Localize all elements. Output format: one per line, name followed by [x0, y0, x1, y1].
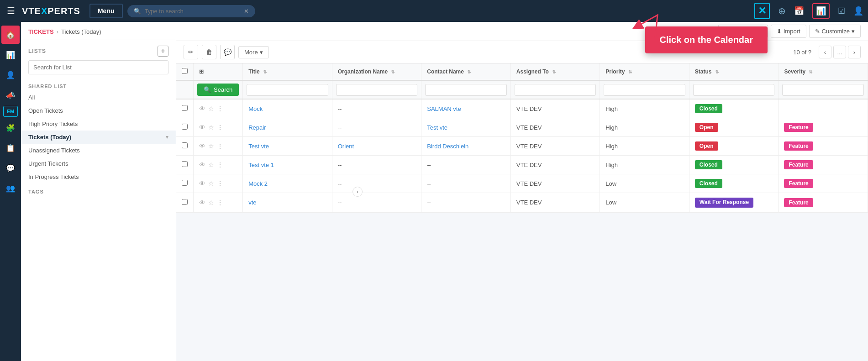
- eye-icon[interactable]: 👁: [199, 105, 205, 112]
- star-icon[interactable]: ☆: [208, 124, 214, 131]
- search-contact-input[interactable]: [425, 84, 507, 96]
- calendar-icon[interactable]: 📅: [794, 6, 804, 16]
- title-link[interactable]: Test vte 1: [248, 162, 274, 168]
- hamburger-button[interactable]: ☰: [5, 5, 17, 16]
- add-list-button[interactable]: +: [158, 46, 168, 57]
- star-icon[interactable]: ☆: [208, 199, 214, 206]
- sidebar-icon-contacts[interactable]: 👥: [1, 179, 20, 197]
- eye-icon[interactable]: 👁: [199, 124, 205, 131]
- org-link[interactable]: Orient: [338, 143, 354, 150]
- eye-icon[interactable]: 👁: [199, 199, 205, 206]
- search-list-input[interactable]: [28, 60, 168, 74]
- row-title[interactable]: Mock 2: [243, 174, 332, 193]
- row-title[interactable]: Test vte 1: [243, 156, 332, 174]
- sidebar-icon-em[interactable]: EM: [3, 106, 18, 117]
- customize-button[interactable]: ✎ Customize ▾: [809, 25, 861, 38]
- delete-button[interactable]: 🗑: [202, 45, 216, 59]
- search-severity-input[interactable]: [782, 84, 864, 96]
- title-link[interactable]: Mock 2: [248, 180, 268, 187]
- row-org[interactable]: Orient: [332, 137, 421, 156]
- title-link[interactable]: vte: [248, 199, 256, 206]
- sidebar-icon-home[interactable]: 🏠: [1, 26, 20, 44]
- next-page-button[interactable]: ›: [848, 46, 861, 58]
- grid-view-icon[interactable]: ⊞: [199, 68, 204, 75]
- more-icon[interactable]: ⋮: [217, 105, 223, 112]
- list-item-in-progress[interactable]: In Progress Tickets: [21, 170, 176, 183]
- search-status-input[interactable]: [693, 84, 775, 96]
- sidebar-icon-chart[interactable]: 📊: [1, 46, 20, 64]
- list-item-urgent[interactable]: Urgent Tickerts: [21, 157, 176, 170]
- row-title[interactable]: Mock: [243, 99, 332, 118]
- sidebar-icon-megaphone[interactable]: 📣: [1, 86, 20, 104]
- more-icon[interactable]: ⋮: [217, 124, 223, 131]
- list-item-tickets-today[interactable]: Tickets (Today) ▾: [21, 131, 176, 144]
- star-icon[interactable]: ☆: [208, 180, 214, 187]
- more-icon[interactable]: ⋮: [217, 161, 223, 168]
- comment-button[interactable]: 💬: [220, 45, 235, 59]
- sidebar-icon-user[interactable]: 👤: [1, 66, 20, 84]
- row-title[interactable]: Test vte: [243, 137, 332, 156]
- title-link[interactable]: Repair: [248, 124, 266, 131]
- chart-icon[interactable]: 📊: [812, 3, 830, 19]
- star-icon[interactable]: ☆: [208, 142, 214, 150]
- sidebar-icon-chat[interactable]: 💬: [1, 159, 20, 177]
- menu-button[interactable]: Menu: [89, 4, 123, 18]
- th-assigned[interactable]: Assigned To ⇅: [510, 63, 600, 80]
- add-icon[interactable]: ⊕: [778, 5, 786, 16]
- th-contact[interactable]: Contact Name ⇅: [421, 63, 511, 80]
- more-icon[interactable]: ⋮: [217, 199, 223, 206]
- star-icon[interactable]: ☆: [208, 105, 214, 112]
- th-status[interactable]: Status ⇅: [689, 63, 779, 80]
- row-checkbox[interactable]: [182, 124, 188, 130]
- collapse-panel-arrow[interactable]: ‹: [352, 187, 363, 197]
- search-button[interactable]: 🔍 Search: [197, 84, 239, 96]
- prev-page-button[interactable]: ‹: [819, 46, 831, 58]
- row-checkbox[interactable]: [182, 199, 188, 205]
- more-icon[interactable]: ⋮: [217, 142, 223, 150]
- contact-link[interactable]: Test vte: [427, 124, 447, 131]
- user-icon[interactable]: 👤: [853, 6, 863, 16]
- row-title[interactable]: vte: [243, 193, 332, 213]
- sidebar-icon-list[interactable]: 📋: [1, 139, 20, 157]
- star-icon[interactable]: ☆: [208, 161, 214, 168]
- th-org[interactable]: Organization Name ⇅: [332, 63, 421, 80]
- breadcrumb-root[interactable]: TICKETS: [28, 28, 54, 35]
- th-severity[interactable]: Severity ⇅: [779, 63, 868, 80]
- eye-icon[interactable]: 👁: [199, 161, 205, 168]
- more-pages-button[interactable]: ...: [833, 46, 846, 58]
- title-link[interactable]: Test vte: [248, 143, 269, 150]
- global-search-input[interactable]: [145, 8, 240, 15]
- row-contact[interactable]: Test vte: [421, 118, 511, 137]
- sidebar-icon-puzzle[interactable]: 🧩: [1, 119, 20, 137]
- row-contact[interactable]: SALMAN vte: [421, 99, 511, 118]
- select-all-checkbox[interactable]: [182, 68, 188, 74]
- title-link[interactable]: Mock: [248, 105, 263, 112]
- row-contact[interactable]: Birdd Deschlein: [421, 137, 511, 156]
- row-checkbox[interactable]: [182, 180, 188, 186]
- search-assigned-input[interactable]: [515, 84, 596, 96]
- eye-icon[interactable]: 👁: [199, 142, 205, 150]
- th-priority[interactable]: Priority ⇅: [600, 63, 689, 80]
- list-item-open-tickets[interactable]: Open Tickets: [21, 104, 176, 117]
- vtiger-icon[interactable]: ✕: [754, 3, 770, 19]
- eye-icon[interactable]: 👁: [199, 180, 205, 187]
- th-title[interactable]: Title ⇅: [243, 63, 332, 80]
- row-checkbox[interactable]: [182, 161, 188, 167]
- search-priority-input[interactable]: [604, 84, 685, 96]
- search-org-input[interactable]: [336, 84, 418, 96]
- list-item-all[interactable]: All: [21, 91, 176, 104]
- search-title-input[interactable]: [247, 84, 328, 96]
- row-title[interactable]: Repair: [243, 118, 332, 137]
- import-button[interactable]: ⬇ Import: [771, 25, 806, 38]
- edit-button[interactable]: ✏: [184, 45, 198, 59]
- more-icon[interactable]: ⋮: [217, 180, 223, 187]
- row-checkbox[interactable]: [182, 105, 188, 111]
- row-checkbox[interactable]: [182, 142, 188, 148]
- list-item-high-priority[interactable]: High Priory Tickets: [21, 117, 176, 131]
- contact-link[interactable]: Birdd Deschlein: [427, 143, 468, 150]
- check-icon[interactable]: ☑: [838, 6, 845, 16]
- more-button[interactable]: More ▾: [238, 46, 269, 58]
- clear-search-icon[interactable]: ✕: [244, 8, 249, 15]
- contact-link[interactable]: SALMAN vte: [427, 105, 461, 112]
- list-item-unassigned[interactable]: Unassigned Tickets: [21, 144, 176, 157]
